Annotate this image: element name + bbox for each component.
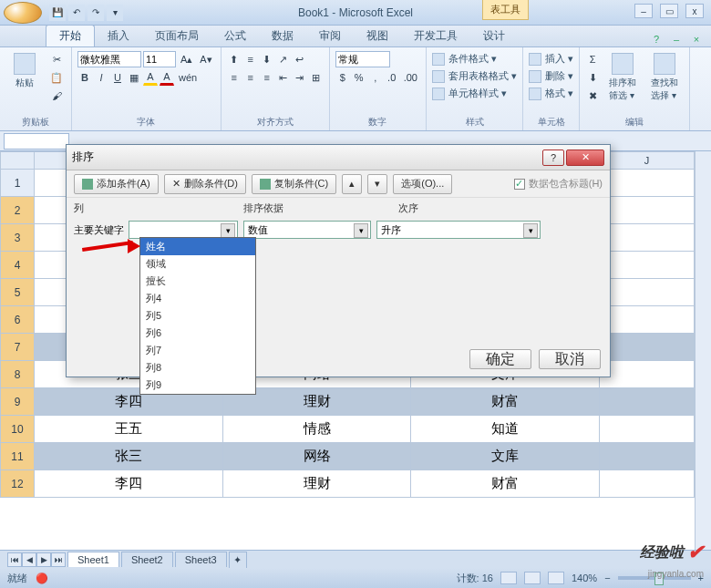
- format-painter-icon[interactable]: 🖌: [47, 88, 66, 104]
- cell[interactable]: 王五: [35, 416, 223, 443]
- sheet-tab-2[interactable]: Sheet2: [121, 552, 173, 567]
- cell[interactable]: 情感: [223, 416, 412, 443]
- dropdown-item[interactable]: 领域: [140, 255, 255, 273]
- prev-sheet-button[interactable]: ◀: [22, 552, 36, 567]
- page-layout-view-button[interactable]: [524, 572, 541, 584]
- cell[interactable]: 知道: [411, 416, 600, 443]
- paste-button[interactable]: 粘贴: [5, 51, 44, 91]
- row-header-11[interactable]: 11: [0, 443, 35, 470]
- cell-styles-button[interactable]: 单元格样式 ▾: [432, 86, 517, 101]
- maximize-button[interactable]: ▭: [660, 4, 678, 18]
- wrap-text-icon[interactable]: ↩: [293, 51, 307, 67]
- doc-close-icon[interactable]: ×: [689, 32, 704, 46]
- align-left-icon[interactable]: ≡: [227, 69, 242, 86]
- ok-button[interactable]: 确定: [469, 349, 531, 369]
- conditional-format-button[interactable]: 条件格式 ▾: [432, 51, 517, 67]
- dropdown-item[interactable]: 列4: [140, 290, 255, 307]
- sort-on-select[interactable]: 数值: [243, 221, 371, 239]
- add-condition-button[interactable]: 添加条件(A): [74, 174, 159, 194]
- increase-font-icon[interactable]: A▴: [178, 51, 195, 67]
- row-header-7[interactable]: 7: [0, 334, 35, 361]
- dialog-close-button[interactable]: ✕: [566, 150, 604, 166]
- dropdown-item[interactable]: 姓名: [140, 238, 255, 255]
- comma-icon[interactable]: ,: [368, 69, 383, 86]
- header-checkbox[interactable]: [514, 179, 525, 190]
- dropdown-item[interactable]: 列9: [140, 377, 255, 394]
- tab-pagelayout[interactable]: 页面布局: [142, 26, 211, 46]
- decrease-font-icon[interactable]: A▾: [197, 51, 214, 67]
- row-header-3[interactable]: 3: [0, 224, 35, 252]
- underline-button[interactable]: U: [110, 69, 125, 86]
- dialog-help-button[interactable]: ?: [542, 150, 564, 166]
- fill-color-icon[interactable]: A: [143, 69, 158, 86]
- delete-condition-button[interactable]: ✕删除条件(D): [164, 174, 246, 194]
- cell[interactable]: 理财: [223, 470, 412, 498]
- align-center-icon[interactable]: ≡: [243, 69, 258, 86]
- zoom-level[interactable]: 140%: [572, 573, 597, 583]
- merge-icon[interactable]: ⊞: [309, 69, 324, 86]
- currency-icon[interactable]: $: [335, 69, 350, 86]
- select-all-corner[interactable]: [0, 151, 35, 170]
- first-sheet-button[interactable]: ⏮: [7, 552, 22, 567]
- bold-button[interactable]: B: [77, 69, 92, 86]
- minimize-button[interactable]: –: [634, 4, 653, 18]
- dropdown-item[interactable]: 列8: [140, 359, 255, 377]
- tab-data[interactable]: 数据: [259, 26, 306, 46]
- cell[interactable]: 张三: [35, 443, 223, 470]
- cut-icon[interactable]: ✂: [47, 51, 66, 67]
- cell[interactable]: 财富: [411, 470, 600, 498]
- delete-cells-button[interactable]: 删除 ▾: [529, 68, 573, 84]
- align-bottom-icon[interactable]: ⬇: [260, 51, 274, 67]
- move-down-button[interactable]: ▾: [367, 174, 387, 194]
- row-header-1[interactable]: 1: [0, 170, 35, 197]
- dialog-titlebar[interactable]: 排序 ? ✕: [67, 145, 610, 170]
- zoom-out-button[interactable]: −: [604, 573, 610, 583]
- last-sheet-button[interactable]: ⏭: [51, 552, 66, 567]
- increase-indent-icon[interactable]: ⇥: [293, 69, 307, 86]
- font-size-select[interactable]: [143, 51, 176, 67]
- dropdown-item[interactable]: 列6: [140, 325, 255, 342]
- align-right-icon[interactable]: ≡: [260, 69, 274, 86]
- row-header-2[interactable]: 2: [0, 197, 35, 224]
- row-header-12[interactable]: 12: [0, 470, 35, 498]
- insert-cells-button[interactable]: 插入 ▾: [529, 51, 573, 67]
- decrease-decimal-icon[interactable]: .00: [401, 69, 420, 86]
- increase-decimal-icon[interactable]: .0: [385, 69, 399, 86]
- tab-view[interactable]: 视图: [354, 26, 401, 46]
- col-header-j[interactable]: J: [600, 151, 695, 170]
- close-button[interactable]: x: [685, 4, 704, 18]
- redo-icon[interactable]: ↷: [88, 5, 104, 21]
- clear-icon[interactable]: ✖: [585, 88, 600, 104]
- phonetic-icon[interactable]: wén: [176, 69, 200, 86]
- help-icon[interactable]: ?: [649, 32, 664, 46]
- copy-icon[interactable]: 📋: [47, 69, 66, 86]
- copy-condition-button[interactable]: 复制条件(C): [252, 174, 336, 194]
- format-cells-button[interactable]: 格式 ▾: [529, 86, 573, 101]
- tab-insert[interactable]: 插入: [95, 26, 142, 46]
- move-up-button[interactable]: ▴: [342, 174, 362, 194]
- tab-review[interactable]: 审阅: [306, 26, 354, 46]
- vertical-scrollbar[interactable]: [695, 151, 711, 550]
- name-box[interactable]: [4, 133, 69, 150]
- next-sheet-button[interactable]: ▶: [36, 552, 51, 567]
- font-name-select[interactable]: [77, 51, 141, 67]
- tab-home[interactable]: 开始: [46, 25, 95, 46]
- page-break-view-button[interactable]: [548, 572, 564, 584]
- format-as-table-button[interactable]: 套用表格格式 ▾: [432, 68, 517, 84]
- align-top-icon[interactable]: ⬆: [227, 51, 242, 67]
- border-icon[interactable]: ▦: [127, 69, 141, 86]
- decrease-indent-icon[interactable]: ⇤: [276, 69, 291, 86]
- autosum-icon[interactable]: Σ: [585, 51, 600, 67]
- number-format-select[interactable]: [335, 51, 390, 67]
- save-icon[interactable]: 💾: [49, 5, 66, 21]
- fill-icon[interactable]: ⬇: [585, 69, 600, 86]
- row-header-4[interactable]: 4: [0, 252, 35, 279]
- find-select-button[interactable]: 查找和 选择 ▾: [645, 51, 684, 104]
- row-header-8[interactable]: 8: [0, 361, 35, 388]
- dropdown-item[interactable]: 列5: [140, 307, 255, 325]
- italic-button[interactable]: I: [94, 69, 108, 86]
- sort-order-select[interactable]: 升序: [376, 221, 541, 239]
- new-sheet-button[interactable]: ✦: [229, 552, 247, 568]
- qat-customize-icon[interactable]: ▾: [107, 5, 123, 21]
- font-color-icon[interactable]: A: [160, 69, 174, 86]
